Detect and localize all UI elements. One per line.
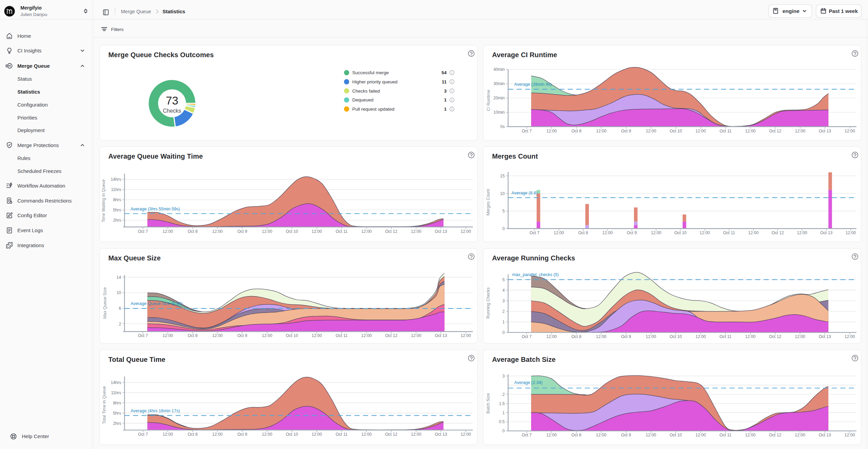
svg-text:Oct 8: Oct 8 (578, 230, 588, 235)
svg-text:11hrs: 11hrs (111, 390, 121, 395)
svg-text:Oct 7: Oct 7 (522, 433, 531, 437)
svg-text:Oct 10: Oct 10 (670, 334, 682, 339)
svg-text:Oct 12: Oct 12 (385, 432, 398, 437)
svg-text:12:00: 12:00 (546, 433, 557, 437)
svg-text:Oct 8: Oct 8 (572, 129, 582, 133)
svg-text:12:00: 12:00 (361, 229, 372, 234)
svg-text:engine: engine (782, 8, 800, 14)
svg-text:2: 2 (502, 309, 505, 314)
svg-text:Successful merge: Successful merge (352, 70, 389, 75)
svg-text:2: 2 (119, 322, 121, 326)
svg-text:12:00: 12:00 (312, 333, 322, 338)
svg-text:Oct 8: Oct 8 (188, 432, 198, 437)
svg-text:Average (2.34): Average (2.34) (514, 380, 543, 385)
svg-text:Commands Restrictions: Commands Restrictions (17, 198, 72, 204)
svg-text:Oct 10: Oct 10 (286, 229, 298, 234)
svg-text:Oct 7: Oct 7 (138, 229, 148, 234)
svg-text:12:00: 12:00 (795, 433, 805, 437)
svg-text:14hrs: 14hrs (111, 380, 121, 385)
svg-text:Average (26min 9s): Average (26min 9s) (514, 82, 552, 87)
svg-text:12:00: 12:00 (162, 432, 173, 437)
svg-text:2hrs: 2hrs (113, 421, 121, 426)
svg-text:Past 1 week: Past 1 week (829, 8, 858, 14)
svg-text:12:00: 12:00 (361, 333, 372, 338)
svg-text:8hrs: 8hrs (113, 401, 121, 405)
svg-text:Oct 8: Oct 8 (571, 334, 581, 339)
svg-text:Oct 9: Oct 9 (621, 433, 631, 437)
svg-text:12:00: 12:00 (461, 333, 471, 338)
svg-text:Status: Status (17, 76, 32, 82)
svg-text:12:00: 12:00 (546, 129, 557, 133)
svg-text:Scheduled Freezes: Scheduled Freezes (17, 168, 61, 174)
svg-text:Help Center: Help Center (22, 433, 49, 439)
svg-text:Oct 13: Oct 13 (820, 230, 833, 235)
svg-text:12:00: 12:00 (162, 333, 173, 338)
svg-text:Statistics: Statistics (162, 9, 185, 14)
svg-text:Total Time in Queue: Total Time in Queue (102, 386, 107, 424)
svg-text:12:00: 12:00 (546, 334, 557, 339)
svg-text:12:00: 12:00 (846, 230, 856, 235)
svg-text:Merge Protections: Merge Protections (17, 142, 59, 148)
svg-text:Average Queue Size (5.96): Average Queue Size (5.96) (131, 301, 183, 306)
svg-text:Oct 9: Oct 9 (237, 333, 247, 338)
svg-text:20min: 20min (493, 96, 505, 100)
svg-text:14hrs: 14hrs (111, 177, 121, 182)
svg-text:3: 3 (502, 374, 505, 379)
svg-text:Workflow Automation: Workflow Automation (17, 183, 65, 189)
svg-text:1: 1 (502, 320, 505, 324)
svg-text:Oct 10: Oct 10 (670, 129, 682, 133)
svg-text:Pull request updated: Pull request updated (352, 107, 394, 112)
svg-text:Oct 7: Oct 7 (522, 334, 531, 339)
svg-text:Checks: Checks (163, 108, 181, 114)
svg-text:max_parallel_checks (5): max_parallel_checks (5) (512, 272, 559, 277)
svg-text:12:00: 12:00 (695, 433, 706, 437)
svg-text:12:00: 12:00 (797, 230, 807, 235)
svg-text:Integrations: Integrations (17, 242, 44, 248)
svg-text:Oct 12: Oct 12 (769, 334, 781, 339)
svg-text:Oct 13: Oct 13 (819, 334, 831, 339)
svg-text:Oct 9: Oct 9 (627, 230, 637, 235)
svg-text:12:00: 12:00 (162, 229, 173, 234)
svg-text:Configuration: Configuration (17, 102, 48, 108)
svg-text:12:00: 12:00 (312, 229, 322, 234)
svg-text:12:00: 12:00 (212, 333, 223, 338)
svg-text:0.5: 0.5 (499, 419, 505, 424)
svg-text:4: 4 (502, 288, 505, 293)
svg-text:2: 2 (502, 392, 505, 397)
svg-text:12:00: 12:00 (748, 230, 759, 235)
svg-text:Oct 13: Oct 13 (819, 129, 831, 133)
svg-text:Event Logs: Event Logs (17, 227, 43, 233)
svg-text:0: 0 (502, 330, 505, 335)
svg-text:12:00: 12:00 (262, 333, 273, 338)
svg-text:10: 10 (500, 191, 505, 196)
svg-text:Oct 11: Oct 11 (336, 432, 347, 437)
svg-text:Oct 12: Oct 12 (772, 230, 784, 235)
svg-text:12:00: 12:00 (696, 129, 706, 133)
svg-text:Oct 10: Oct 10 (674, 230, 686, 235)
svg-text:Oct 11: Oct 11 (719, 334, 731, 339)
svg-text:12:00: 12:00 (844, 334, 855, 339)
svg-text:12:00: 12:00 (554, 230, 564, 235)
svg-text:Dequeued: Dequeued (352, 97, 373, 102)
svg-text:8hrs: 8hrs (113, 197, 121, 202)
svg-text:12:00: 12:00 (411, 432, 421, 437)
svg-text:1.5: 1.5 (499, 401, 505, 406)
svg-text:0: 0 (502, 226, 505, 231)
svg-text:12:00: 12:00 (461, 229, 471, 234)
svg-text:Oct 8: Oct 8 (188, 333, 198, 338)
svg-text:Oct 7: Oct 7 (529, 230, 539, 235)
svg-text:Merge Queue: Merge Queue (121, 9, 151, 14)
svg-text:Oct 12: Oct 12 (385, 229, 398, 234)
svg-text:12:00: 12:00 (461, 432, 471, 437)
svg-text:12:00: 12:00 (745, 334, 756, 339)
svg-text:Oct 9: Oct 9 (237, 432, 247, 437)
svg-text:5: 5 (502, 277, 505, 282)
svg-text:Oct 10: Oct 10 (286, 333, 298, 338)
svg-text:Time Waiting in Queue: Time Waiting in Queue (101, 179, 106, 222)
svg-text:1: 1 (502, 411, 505, 415)
svg-text:12:00: 12:00 (361, 432, 372, 437)
svg-text:12:00: 12:00 (646, 334, 656, 339)
svg-text:12:00: 12:00 (700, 230, 710, 235)
svg-text:11hrs: 11hrs (111, 187, 121, 192)
svg-text:12:00: 12:00 (411, 333, 421, 338)
